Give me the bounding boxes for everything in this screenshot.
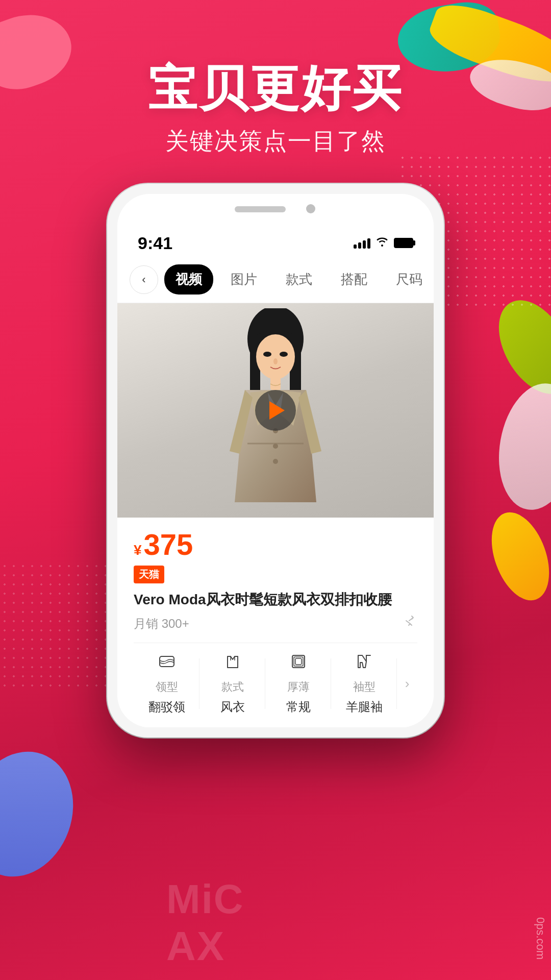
style-icon [223,652,242,675]
signal-bar-2 [358,242,361,249]
wifi-icon [377,236,388,250]
sub-title: 关键决策点一目了然 [0,126,551,157]
back-button[interactable]: ‹ [130,265,158,294]
style-value: 风衣 [220,699,245,715]
svg-rect-17 [295,658,302,665]
thickness-label: 厚薄 [287,679,310,695]
sleeve-label: 袖型 [353,679,375,695]
product-title: Vero Moda风衣时髦短款风衣双排扣收腰 [134,590,392,609]
svg-point-9 [273,358,278,364]
tab-size[interactable]: 尺码 [385,264,434,295]
front-camera [306,204,315,213]
heading-section: 宝贝更好买 关键决策点一目了然 [0,61,551,157]
signal-bar-3 [363,240,366,249]
product-image-area [117,303,434,518]
tab-style[interactable]: 款式 [274,264,323,295]
status-bar: 9:41 [117,230,434,256]
product-nav-tabs: ‹ 视频 图片 款式 搭配 尺码 ··· [117,256,434,303]
price-value: 375 [144,530,193,559]
signal-bar-4 [367,238,370,249]
features-row: 领型 翻驳领 款式 风衣 [134,643,417,715]
collar-icon [158,652,176,675]
svg-point-6 [256,334,295,379]
style-label: 款式 [221,679,244,695]
share-icon[interactable] [403,615,417,632]
decorative-blob-white-right [489,377,551,516]
sleeve-icon [355,652,373,675]
play-icon [269,401,285,420]
product-info: ¥ 375 天猫 Vero Moda风衣时髦短款风衣双排扣收腰 月销 300+ [117,518,434,727]
monthly-sales: 月销 300+ [134,616,189,632]
svg-point-7 [263,352,271,357]
phone-notch [117,194,434,230]
tab-match[interactable]: 搭配 [330,264,379,295]
play-button[interactable] [255,390,296,431]
phone-mockup: 9:41 [107,184,444,738]
thickness-value: 常规 [286,699,311,715]
decorative-blob-blue-left [0,737,90,891]
feature-collar: 领型 翻驳领 [134,652,199,715]
feature-sleeve: 袖型 羊腿袖 [331,652,397,715]
signal-icon [354,237,370,249]
signal-bar-1 [354,244,357,249]
feature-style: 款式 风衣 [199,652,265,715]
svg-point-13 [273,459,278,464]
svg-rect-10 [270,377,281,390]
decorative-blob-yellow-right [481,504,551,608]
phone-screen: 9:41 [117,194,434,727]
collar-value: 翻驳领 [148,699,185,715]
phone-outer-shell: 9:41 [107,184,444,738]
svg-point-8 [280,352,288,357]
status-time: 9:41 [138,233,172,253]
collar-label: 领型 [156,679,178,695]
sales-share-row: 月销 300+ [134,615,417,632]
tab-photo[interactable]: 图片 [219,264,268,295]
sleeve-value: 羊腿袖 [346,699,383,715]
price-symbol: ¥ [134,542,142,558]
tmall-badge: 天猫 [134,566,164,583]
thickness-icon [289,652,308,675]
speaker-grill [235,206,286,212]
watermark: 0ps.com [534,917,551,960]
main-title: 宝贝更好买 [0,61,551,115]
mic-ax-text: MiC AX [166,876,257,970]
status-icons [354,236,413,250]
feature-thickness: 厚薄 常规 [265,652,331,715]
product-title-row: 天猫 Vero Moda风衣时髦短款风衣双排扣收腰 [134,566,417,609]
battery-icon [394,238,413,248]
price-row: ¥ 375 [134,530,417,559]
tab-video[interactable]: 视频 [164,264,213,295]
features-arrow[interactable]: › [397,676,417,692]
